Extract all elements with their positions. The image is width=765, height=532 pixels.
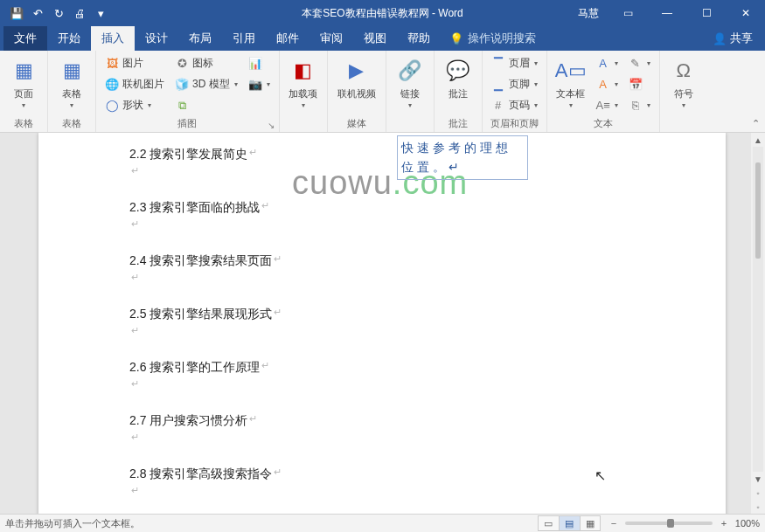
chart-button[interactable]: 📊 xyxy=(244,53,275,73)
3d-models-button[interactable]: 🧊3D 模型▾ xyxy=(170,74,242,94)
symbol-icon: Ω xyxy=(670,57,698,85)
header-button[interactable]: ▔页眉▾ xyxy=(487,53,542,73)
read-mode-button[interactable]: ▭ xyxy=(538,515,559,531)
tab-layout[interactable]: 布局 xyxy=(178,26,222,51)
online-pictures-label: 联机图片 xyxy=(122,77,164,92)
tab-design[interactable]: 设计 xyxy=(135,26,178,51)
comment-button[interactable]: 💬 批注 xyxy=(439,53,477,114)
zoom-slider[interactable] xyxy=(625,522,713,525)
signature-button[interactable]: ✎▾ xyxy=(624,53,655,73)
screenshot-icon: 📷 xyxy=(248,78,262,92)
pictures-button[interactable]: 🖼图片 xyxy=(101,53,169,73)
zoom-slider-thumb[interactable] xyxy=(667,519,674,528)
tab-view[interactable]: 视图 xyxy=(353,26,397,51)
tab-review[interactable]: 审阅 xyxy=(309,26,353,51)
scroll-thumb[interactable] xyxy=(755,162,761,259)
save-button[interactable]: 💾 xyxy=(7,3,26,23)
tab-file[interactable]: 文件 xyxy=(3,26,47,51)
group-addins-label xyxy=(284,129,323,131)
maximize-button[interactable]: ☐ xyxy=(687,0,726,26)
links-button[interactable]: 🔗 链接 ▾ xyxy=(391,53,429,114)
lightbulb-icon: 💡 xyxy=(449,32,463,45)
online-video-button[interactable]: ▶ 联机视频 xyxy=(332,53,381,114)
icons-button[interactable]: ✪图标 xyxy=(170,53,242,73)
user-name[interactable]: 马慧 xyxy=(569,6,608,21)
scroll-down-button[interactable]: ▼ xyxy=(751,472,765,486)
link-icon: 🔗 xyxy=(396,57,424,85)
pages-label: 页面 xyxy=(14,87,33,100)
para-mark-icon: ↵ xyxy=(249,145,257,163)
drop-cap-button[interactable]: A≡▾ xyxy=(592,95,622,115)
group-media-label: 媒体 xyxy=(332,116,381,131)
symbol-button[interactable]: Ω 符号 ▾ xyxy=(664,53,703,114)
online-pictures-button[interactable]: 🌐联机图片 xyxy=(101,74,169,94)
tab-insert[interactable]: 插入 xyxy=(91,26,135,51)
tab-help[interactable]: 帮助 xyxy=(397,26,441,51)
text-box-button[interactable]: A▭ 文本框 ▾ xyxy=(552,53,590,114)
document-area[interactable]: cuowu.com 快速参考的理想位置。↵ 2.2 搜索引擎发展简史↵ ↵ 2.… xyxy=(0,133,751,514)
online-video-label: 联机视频 xyxy=(337,87,376,100)
scroll-up-button[interactable]: ▲ xyxy=(751,133,765,147)
collapse-ribbon-button[interactable]: ⌃ xyxy=(752,118,760,129)
tab-mail[interactable]: 邮件 xyxy=(266,26,309,51)
tab-references[interactable]: 引用 xyxy=(222,26,266,51)
table-icon: ▦ xyxy=(58,57,86,85)
toc-entry[interactable]: 2.5 搜索引擎结果展现形式↵ xyxy=(129,305,647,323)
zoom-in-button[interactable]: + xyxy=(718,517,730,529)
redo-button[interactable]: ↻ xyxy=(49,3,68,23)
table-button[interactable]: ▦ 表格 ▾ xyxy=(52,53,91,114)
pictures-label: 图片 xyxy=(122,56,143,71)
toc-entry[interactable]: 2.3 搜索引擎面临的挑战↵ xyxy=(129,198,647,217)
footer-button[interactable]: ▁页脚▾ xyxy=(487,74,542,94)
smartart-icon: ⧉ xyxy=(175,99,189,113)
para-mark-icon: ↵ xyxy=(131,430,139,447)
chevron-down-icon: ▾ xyxy=(148,101,151,109)
shapes-button[interactable]: ◯形状▾ xyxy=(101,95,169,115)
dropcap-icon: A≡ xyxy=(596,99,610,113)
group-comments-label: 批注 xyxy=(439,116,477,131)
footer-label: 页脚 xyxy=(509,77,530,92)
dialog-launcher-icon[interactable]: ↘ xyxy=(268,121,275,130)
screenshot-button[interactable]: 📷▾ xyxy=(244,74,275,94)
toc-entry[interactable]: 2.6 搜索引擎的工作原理↵ xyxy=(129,358,647,377)
wordart-button[interactable]: A▾ xyxy=(592,74,622,94)
customize-qat-button[interactable]: ▾ xyxy=(91,3,110,23)
toc-entry[interactable]: 2.8 搜索引擎高级搜索指令↵ xyxy=(129,465,647,483)
date-time-button[interactable]: 📅 xyxy=(624,74,655,94)
minimize-button[interactable]: ― xyxy=(648,0,686,26)
toc-entry[interactable]: 2.7 用户搜索习惯分析↵ xyxy=(129,411,647,430)
page[interactable]: cuowu.com 快速参考的理想位置。↵ 2.2 搜索引擎发展简史↵ ↵ 2.… xyxy=(38,133,726,514)
page-icon: ▦ xyxy=(10,57,38,85)
undo-button[interactable]: ↶ xyxy=(28,3,47,23)
zoom-out-button[interactable]: − xyxy=(608,517,620,529)
page-number-button[interactable]: #页码▾ xyxy=(487,95,542,115)
quick-print-button[interactable]: 🖨 xyxy=(70,3,89,23)
share-button[interactable]: 👤 共享 xyxy=(700,26,765,51)
zoom-level[interactable]: 100% xyxy=(735,518,760,529)
tell-me-search[interactable]: 💡 操作说明搜索 xyxy=(441,26,545,51)
scroll-track[interactable] xyxy=(753,147,763,472)
para-mark-icon: ↵ xyxy=(274,465,282,483)
zoom-controls: − + 100% xyxy=(608,517,760,529)
group-tables-label: 表格 xyxy=(52,116,91,131)
chevron-down-icon: ▾ xyxy=(615,59,618,67)
close-button[interactable]: ✕ xyxy=(727,0,765,26)
group-addins: ◧ 加载项 ▾ xyxy=(280,51,328,132)
cube-icon: 🧊 xyxy=(175,78,189,92)
quick-parts-button[interactable]: A▾ xyxy=(592,53,622,73)
previous-page-button[interactable]: ◦ xyxy=(751,486,765,500)
object-button[interactable]: ⎘▾ xyxy=(624,95,655,115)
vertical-scrollbar[interactable]: ▲ ▼ ◦ ◦ xyxy=(751,133,765,514)
toc-entry[interactable]: 2.2 搜索引擎发展简史↵ xyxy=(129,145,647,163)
next-page-button[interactable]: ◦ xyxy=(751,500,765,514)
page-content[interactable]: 2.2 搜索引擎发展简史↵ ↵ 2.3 搜索引擎面临的挑战↵ ↵ 2.4 搜索引… xyxy=(38,133,726,514)
web-layout-button[interactable]: ▦ xyxy=(580,515,601,531)
print-layout-button[interactable]: ▤ xyxy=(559,515,580,531)
pages-button[interactable]: ▦ 页面 ▾ xyxy=(4,53,43,114)
addins-button[interactable]: ◧ 加载项 ▾ xyxy=(284,53,323,114)
tab-home[interactable]: 开始 xyxy=(47,26,91,51)
ribbon-options-button[interactable]: ▭ xyxy=(609,0,647,26)
smartart-button[interactable]: ⧉ xyxy=(170,95,242,115)
toc-entry[interactable]: 2.4 搜索引擎搜索结果页面↵ xyxy=(129,252,647,270)
group-links-label xyxy=(391,129,429,131)
